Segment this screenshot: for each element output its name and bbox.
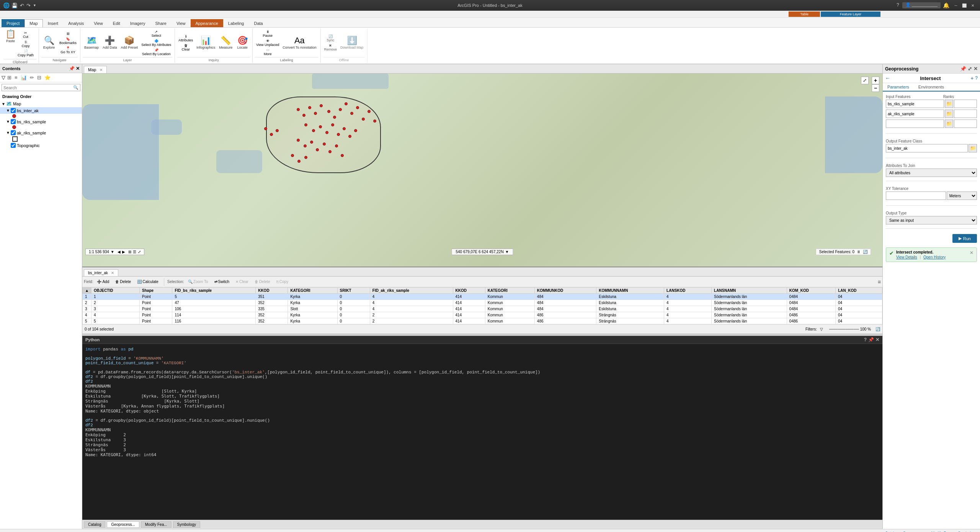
add-data-button[interactable]: ➕ Add Data [101, 36, 119, 50]
input-features-2[interactable] [886, 110, 944, 118]
col-kkod1[interactable]: KKOD [256, 288, 288, 294]
input-features-1-browse[interactable]: 📁 [945, 100, 953, 108]
col-lanskod[interactable]: LANSKOD [664, 288, 712, 294]
attributes-button[interactable]: ℹAttributes [177, 34, 194, 43]
add-preset-button[interactable]: 📦 Add Preset [119, 36, 140, 50]
col-lan-kod[interactable]: LAN_KOD [836, 288, 882, 294]
output-type-select[interactable]: Same as input [886, 216, 977, 224]
scale-display[interactable]: 1:1 536 934 ▼ ◀ ▶ ⊞ ☰ ⤢ [85, 249, 144, 255]
input-features-1[interactable] [886, 100, 944, 108]
cut-button[interactable]: ✂Cut [16, 31, 35, 39]
bs-riks-checkbox[interactable] [11, 119, 16, 124]
user-account[interactable]: 👤 ___________ [902, 2, 941, 8]
ranks-3[interactable] [954, 119, 977, 128]
ranks-1[interactable] [954, 100, 977, 108]
map-tab[interactable]: Map ✕ [84, 66, 107, 73]
modify-features-tab[interactable]: Modify Fea... [141, 521, 172, 528]
input-features-2-browse[interactable]: 📁 [945, 110, 953, 118]
view-details-link[interactable]: View Details [896, 255, 917, 259]
table-refresh-icon[interactable]: 🔄 [875, 327, 880, 331]
xy-tolerance-input[interactable] [886, 192, 946, 200]
table-row[interactable]: 4 4 Point 114 352 Kyrka 0 2 414 Kommun 4… [83, 312, 882, 318]
contents-close-btn[interactable]: ✕ [76, 66, 80, 71]
restore-btn[interactable]: ⬜ [960, 2, 969, 8]
col-shape[interactable]: Shape [140, 288, 172, 294]
output-browse-btn[interactable]: 📁 [969, 144, 977, 152]
tab-view[interactable]: View [89, 19, 108, 27]
layer-ak-riks-sample[interactable]: ▼ ak_riks_sample [0, 129, 82, 136]
sync-button[interactable]: 🔄Sync [323, 34, 338, 43]
output-feature-class-input[interactable] [886, 144, 968, 152]
input-features-3[interactable] [886, 119, 944, 128]
tab-appearance[interactable]: Appearance [191, 19, 223, 27]
symbology-tab[interactable]: Symbology [173, 521, 200, 528]
zoom-to-btn[interactable]: 🔍 Zoom To [186, 279, 211, 285]
geo-expand-btn[interactable]: ⤢ [968, 66, 972, 72]
redo-btn[interactable]: ↷ [26, 2, 31, 9]
bookmarks-button[interactable]: 🔖Bookmarks [58, 37, 78, 45]
contents-pin-btn[interactable]: 📌 [69, 66, 75, 71]
geo-help-btn[interactable]: ? [975, 75, 978, 81]
geo-environments-tab[interactable]: Environments [914, 83, 949, 91]
topo-checkbox[interactable] [11, 143, 16, 148]
scale-nav-next[interactable]: ▶ [122, 250, 125, 254]
switch-selection-btn[interactable]: ⇄ Switch [212, 279, 232, 285]
full-extent-button[interactable]: ⊞ [58, 31, 78, 36]
tab-analysis[interactable]: Analysis [63, 19, 89, 27]
layer-bs-riks-sample[interactable]: ▼ bs_riks_sample [0, 118, 82, 125]
open-history-link[interactable]: Open History [923, 255, 946, 259]
input-features-3-browse[interactable]: 📁 [945, 119, 953, 128]
close-notification-btn[interactable]: ✕ [970, 250, 973, 255]
tab-imagery[interactable]: Imagery [125, 19, 150, 27]
convert-to-annotation-button[interactable]: Aa Convert To Annotation [281, 36, 318, 50]
col-objectid[interactable]: OBJECTID [91, 288, 139, 294]
xy-tolerance-unit[interactable]: Meters [947, 192, 977, 200]
col-kom-kod[interactable]: KOM_KOD [787, 288, 835, 294]
filter-icon[interactable]: ▽ [820, 327, 823, 331]
help-btn[interactable]: ? [893, 2, 902, 8]
go-to-xy-button[interactable]: 📍Go To XY [58, 46, 78, 54]
python-pin-btn[interactable]: 📌 [868, 337, 874, 342]
basemap-button[interactable]: 🗺️ Basemap [83, 36, 100, 50]
layer-topographic[interactable]: ▼ Topographic [0, 142, 82, 149]
select-by-attributes-button[interactable]: 🔷Select By Attributes [140, 39, 172, 47]
col-kkod2[interactable]: KKOD [453, 288, 485, 294]
tab-labeling[interactable]: Labeling [223, 19, 249, 27]
run-button[interactable]: ▶ Run [952, 234, 977, 243]
geo-close-btn[interactable]: ✕ [973, 66, 978, 72]
delete-rows-btn[interactable]: 🗑 Delete [252, 279, 273, 285]
close-btn[interactable]: ✕ [969, 2, 977, 8]
geo-parameters-tab[interactable]: Parameters [883, 83, 914, 92]
zoom-out-btn[interactable]: − [872, 84, 879, 92]
table-row[interactable]: 5 5 Point 116 352 Kyrka 0 2 414 Kommun 4… [83, 318, 882, 324]
contents-chart-btn[interactable]: 📊 [20, 74, 28, 81]
tab-edit[interactable]: Edit [108, 19, 125, 27]
contents-table-btn[interactable]: ≡ [13, 74, 19, 81]
catalog-tab[interactable]: Catalog [84, 521, 105, 528]
bs-inter-ak-checkbox[interactable] [11, 108, 16, 113]
contents-grid-btn[interactable]: ⊟ [36, 74, 42, 81]
select-button[interactable]: ↗Select [140, 29, 172, 38]
paste-button[interactable]: 📋 Paste ✂Cut ⎘Copy 📄Copy Path [4, 29, 36, 58]
pause-button[interactable]: ⏸Pause [255, 29, 280, 38]
geo-add-btn[interactable]: + [970, 75, 973, 81]
minimize-btn[interactable]: ─ [952, 2, 960, 8]
quick-access-toolbar[interactable]: 🌐 💾 ↶ ↷ ▼ [3, 2, 37, 9]
attr-to-join-select[interactable]: All attributes [886, 169, 977, 177]
python-close-btn[interactable]: ✕ [875, 337, 879, 342]
geoprocess-tab[interactable]: Geoprocess... [107, 521, 139, 528]
table-row[interactable]: 1 1 Point 5 351 Kyrka 0 4 414 Kommun 484… [83, 294, 882, 300]
qat-menu-btn[interactable]: ▼ [33, 3, 37, 8]
geo-pin-btn[interactable]: 📌 [960, 66, 966, 72]
clear-selection-btn[interactable]: ✕ Clear [233, 279, 251, 285]
copy-path-button[interactable]: 📄Copy Path [16, 49, 35, 57]
download-map-button[interactable]: ⬇️ Download Map [339, 36, 365, 50]
copy-button[interactable]: ⎘Copy [16, 40, 35, 48]
table-menu-icon[interactable]: ≡ [878, 279, 881, 285]
calculate-field-btn[interactable]: 🔢 Calculate [135, 279, 161, 285]
more-button[interactable]: ⋯More [255, 48, 280, 56]
notification-btn[interactable]: 🔔 [941, 2, 952, 8]
add-field-btn[interactable]: ➕ Add [95, 279, 111, 285]
remove-button[interactable]: ✖Remove [323, 43, 338, 52]
map-expand-btn[interactable]: ⤢ [861, 77, 869, 84]
